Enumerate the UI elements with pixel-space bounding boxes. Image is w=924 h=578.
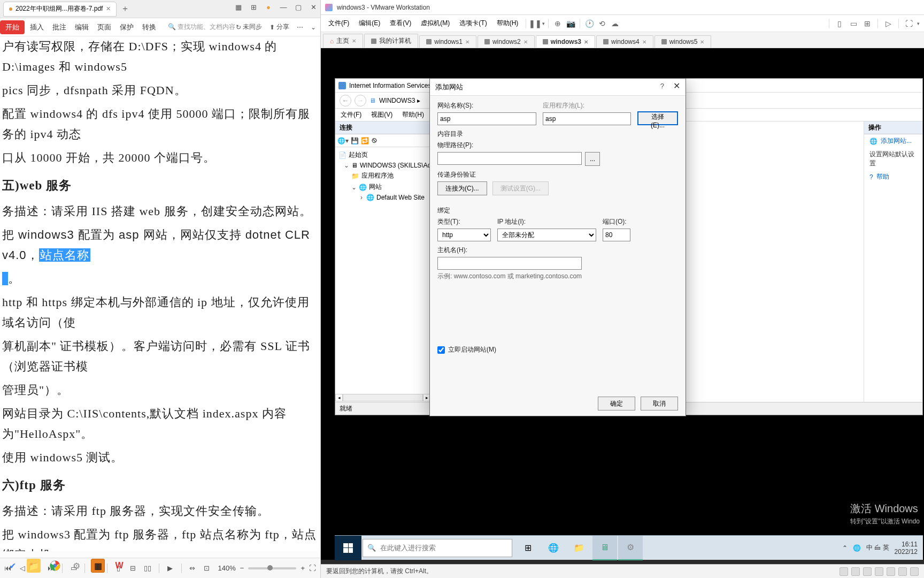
tree-app-pools[interactable]: 📁应用程序池 xyxy=(336,170,429,181)
device-icon[interactable] xyxy=(863,567,872,576)
action-help[interactable]: ?帮助 xyxy=(864,170,922,184)
tree-scrollbar[interactable]: ◂ ▸ xyxy=(335,393,430,402)
explorer-icon[interactable]: 📁 xyxy=(567,536,591,560)
port-input[interactable] xyxy=(603,229,630,241)
back-icon[interactable]: ← xyxy=(340,95,351,107)
menu-file[interactable]: 文件(F) xyxy=(324,17,353,29)
wps-icon[interactable]: W xyxy=(112,559,126,573)
vmware-icon[interactable]: ▦ xyxy=(91,559,105,573)
expand-icon[interactable]: ⌄ xyxy=(311,24,316,31)
explorer-icon[interactable]: 📁 xyxy=(27,559,41,573)
avatar-icon[interactable]: ● xyxy=(264,3,273,11)
network-icon[interactable]: 🌐 xyxy=(853,544,861,552)
toolbar-edit[interactable]: 编辑 xyxy=(75,22,89,32)
menu-help[interactable]: 帮助(H) xyxy=(402,110,424,119)
close-icon[interactable]: ✕ xyxy=(673,81,680,91)
close-icon[interactable]: ✕ xyxy=(352,38,356,44)
site-name-input[interactable] xyxy=(437,112,536,125)
tree-server-node[interactable]: ⌄🖥WINDOWS3 (SKILLS\Admin xyxy=(336,161,429,170)
ok-button[interactable]: 确定 xyxy=(598,397,635,410)
start-tab[interactable]: 开始 xyxy=(0,20,25,34)
device-icon[interactable] xyxy=(875,567,883,576)
toolbar-page[interactable]: 页面 xyxy=(97,22,111,32)
add-tab-button[interactable]: ＋ xyxy=(121,3,129,14)
revert-icon[interactable]: ⟲ xyxy=(596,18,608,29)
tab-windows1[interactable]: windows1✕ xyxy=(419,35,476,48)
ctrl-alt-del-icon[interactable]: ⊕ xyxy=(552,18,564,29)
start-immediately-checkbox[interactable]: 立即启动网站(M) xyxy=(437,345,678,354)
tree-default-site[interactable]: ›🌐Default Web Site xyxy=(336,193,429,202)
view2-icon[interactable]: ▭ xyxy=(848,18,859,29)
close-window-icon[interactable]: ✕ xyxy=(309,3,318,11)
toolbar-annotate[interactable]: 批注 xyxy=(52,22,66,32)
menu-view[interactable]: 视图(V) xyxy=(371,110,392,119)
tree-start-page[interactable]: 📄起始页 xyxy=(336,149,429,161)
help-icon[interactable]: ? xyxy=(660,82,664,90)
tray-expand-icon[interactable]: ⌃ xyxy=(842,544,848,552)
save-icon[interactable]: 💾 xyxy=(351,137,359,144)
toolbar-protect[interactable]: 保护 xyxy=(120,22,134,32)
tab-home[interactable]: ⌂主页✕ xyxy=(323,34,363,48)
close-icon[interactable]: ✕ xyxy=(523,39,528,45)
scroll-left-icon[interactable]: ◂ xyxy=(335,394,343,401)
device-icon[interactable] xyxy=(840,567,848,576)
pdf-tab-active[interactable]: 2022年中职组网...用赛卷-7.pdf ✕ xyxy=(3,2,117,17)
forward-icon[interactable]: → xyxy=(355,95,366,107)
search-placeholder[interactable]: 🔍 查找功能、文档内容 xyxy=(168,22,235,32)
collapse-icon[interactable]: ⌄ xyxy=(344,162,349,169)
pause-icon[interactable]: ❚❚ xyxy=(529,18,541,29)
minimize-icon[interactable]: — xyxy=(279,3,288,11)
more-icon[interactable]: ⋯ xyxy=(297,24,303,31)
task-view-icon[interactable]: ⊞ xyxy=(515,536,540,560)
breadcrumb-text[interactable]: WINDOWS3 ▸ xyxy=(379,97,420,104)
unsync-label[interactable]: ↻ 未同步 xyxy=(236,22,262,32)
select-pool-button[interactable]: 选择(E)... xyxy=(637,111,678,125)
refresh-icon[interactable]: 🔁 xyxy=(361,137,369,144)
tab-windows4[interactable]: windows4✕ xyxy=(596,35,653,48)
device-icon[interactable] xyxy=(898,567,907,576)
start-button[interactable] xyxy=(335,536,361,560)
checkbox-input[interactable] xyxy=(437,346,445,354)
action-set-defaults[interactable]: 设置网站默认设置 xyxy=(864,148,922,170)
view3-icon[interactable]: ⊞ xyxy=(861,18,873,29)
close-icon[interactable]: ✕ xyxy=(700,39,704,45)
app-pool-input[interactable] xyxy=(543,112,631,125)
menu-vm[interactable]: 虚拟机(M) xyxy=(417,17,454,29)
grid-icon[interactable]: ⊞ xyxy=(249,3,258,11)
browse-button[interactable]: ... xyxy=(585,152,600,166)
device-icon[interactable] xyxy=(887,567,895,576)
menu-help[interactable]: 帮助(H) xyxy=(492,17,523,29)
taskbar-search[interactable]: 🔍 在此键入进行搜索 xyxy=(363,539,512,557)
close-icon[interactable]: ✕ xyxy=(465,39,469,45)
collapse-icon[interactable]: ⌄ xyxy=(351,184,357,191)
unity-icon[interactable]: ▷ xyxy=(882,18,894,29)
ime-indicator[interactable]: 中 🖮 英 xyxy=(866,543,889,552)
menu-edit[interactable]: 编辑(E) xyxy=(355,17,384,29)
menu-view[interactable]: 查看(V) xyxy=(386,17,415,29)
clock-icon[interactable]: 🕐 xyxy=(583,18,595,29)
menu-tabs[interactable]: 选项卡(T) xyxy=(455,17,491,29)
tab-windows3[interactable]: windows3✕ xyxy=(536,35,595,48)
close-icon[interactable]: ✕ xyxy=(106,5,111,12)
iis-taskbar-icon[interactable]: 🖥 xyxy=(592,536,617,560)
settings-icon[interactable]: ⚙ xyxy=(70,559,83,573)
connections-tree[interactable]: 📄起始页 ⌄🖥WINDOWS3 (SKILLS\Admin 📁应用程序池 ⌄🌐网… xyxy=(335,147,430,204)
server-manager-icon[interactable]: ⚙ xyxy=(618,536,643,560)
tab-mypc[interactable]: 我的计算机 xyxy=(364,34,418,48)
toolbar-convert[interactable]: 转换 xyxy=(142,22,156,32)
device-icon[interactable] xyxy=(851,567,860,576)
close-icon[interactable]: ✕ xyxy=(642,39,646,45)
manage-icon[interactable]: ☁ xyxy=(609,18,621,29)
snapshot-icon[interactable]: 📷 xyxy=(565,18,576,29)
expand-icon[interactable]: › xyxy=(359,194,364,201)
chrome-icon[interactable] xyxy=(48,559,62,573)
tree-sites[interactable]: ⌄🌐网站 xyxy=(336,181,429,193)
share-button[interactable]: ⬆ 分享 xyxy=(270,22,289,32)
cancel-button[interactable]: 取消 xyxy=(641,397,678,410)
clock-time[interactable]: 16:11 xyxy=(895,541,918,548)
hostname-input[interactable] xyxy=(437,257,582,270)
menu-file[interactable]: 文件(F) xyxy=(341,110,361,119)
connect-as-button[interactable]: 连接为(C)... xyxy=(437,181,487,195)
physical-path-input[interactable] xyxy=(437,152,582,165)
tab-windows2[interactable]: windows2✕ xyxy=(478,35,535,48)
